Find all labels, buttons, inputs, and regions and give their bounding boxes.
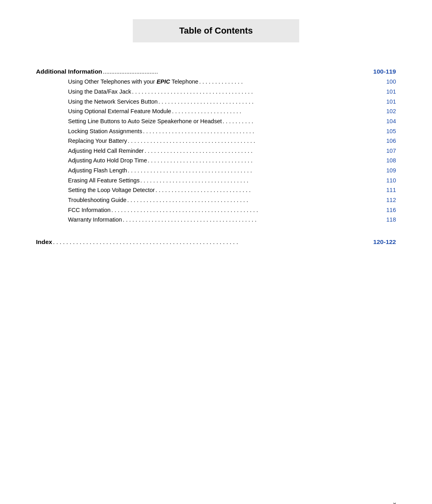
toc-entry-10-label: Adjusting Flash Length: [68, 166, 127, 176]
toc-entry-7-dots: . . . . . . . . . . . . . . . . . . . . …: [128, 136, 386, 146]
toc-entry-12-label: Setting the Loop Voltage Detector: [68, 185, 155, 195]
toc-entry-2: Using the Data/Fax Jack . . . . . . . . …: [68, 87, 396, 97]
toc-entry-4-label: Using Optional External Feature Module: [68, 106, 171, 116]
toc-entry-4: Using Optional External Feature Module .…: [68, 106, 396, 116]
toc-entry-9: Adjusting Auto Hold Drop Time . . . . . …: [68, 156, 396, 166]
toc-entry-3-page: 101: [386, 97, 396, 107]
section-label-index: Index: [36, 237, 52, 247]
section-page-index: 120-122: [373, 237, 396, 247]
toc-entry-6-label: Locking Station Assignments: [68, 126, 142, 136]
toc-entry-12-page: 111: [386, 185, 396, 195]
toc-entry-5-label: Setting Line Buttons to Auto Seize Speak…: [68, 116, 222, 126]
toc-entry-14-dots: . . . . . . . . . . . . . . . . . . . . …: [111, 205, 385, 215]
toc-entry-8-dots: . . . . . . . . . . . . . . . . . . . . …: [144, 146, 385, 156]
toc-entry-10-dots: . . . . . . . . . . . . . . . . . . . . …: [128, 166, 386, 176]
section-index: Index . . . . . . . . . . . . . . . . . …: [36, 237, 396, 247]
section-additional-info: Additional Information .................…: [36, 66, 396, 77]
toc-entry-6: Locking Station Assignments . . . . . . …: [68, 126, 396, 136]
toc-entry-9-page: 108: [386, 156, 396, 166]
toc-entry-13-label: Troubleshooting Guide: [68, 195, 126, 205]
page-title: Table of Contents: [179, 26, 253, 36]
section-label-additional-info: Additional Information: [36, 66, 102, 77]
toc-entry-15: Warranty Information . . . . . . . . . .…: [68, 215, 396, 225]
toc-content: Additional Information .................…: [36, 66, 396, 247]
toc-entry-4-dots: . . . . . . . . . . . . . . . . . . . . …: [172, 106, 386, 116]
toc-entry-11-page: 110: [386, 176, 396, 186]
toc-entry-2-label: Using the Data/Fax Jack: [68, 87, 131, 97]
toc-entry-3: Using the Network Services Button . . . …: [68, 97, 396, 107]
toc-entry-14: FCC Information . . . . . . . . . . . . …: [68, 205, 396, 215]
toc-entry-11-dots: . . . . . . . . . . . . . . . . . . . . …: [140, 176, 386, 186]
toc-entry-15-label: Warranty Information: [68, 215, 122, 225]
toc-entry-6-dots: . . . . . . . . . . . . . . . . . . . . …: [143, 126, 385, 136]
page-footer: x: [393, 501, 396, 504]
page-marker: x: [393, 501, 396, 504]
toc-entry-15-page: 118: [386, 215, 396, 225]
toc-entry-6-page: 105: [386, 126, 396, 136]
section-page-additional-info: 100-119: [373, 66, 396, 77]
toc-entry-11: Erasing All Feature Settings . . . . . .…: [68, 176, 396, 186]
section-dots-index: . . . . . . . . . . . . . . . . . . . . …: [53, 237, 372, 247]
toc-entry-2-dots: . . . . . . . . . . . . . . . . . . . . …: [132, 87, 386, 97]
toc-entry-9-dots: . . . . . . . . . . . . . . . . . . . . …: [148, 156, 385, 166]
toc-entry-10-page: 109: [386, 166, 396, 176]
toc-entry-8-page: 107: [386, 146, 396, 156]
toc-entry-5-page: 104: [386, 116, 396, 126]
toc-entry-1-label: Using Other Telephones with your EPIC Te…: [68, 77, 198, 87]
toc-entry-5: Setting Line Buttons to Auto Seize Speak…: [68, 116, 396, 126]
toc-entry-12-dots: . . . . . . . . . . . . . . . . . . . . …: [156, 185, 386, 195]
toc-entry-3-dots: . . . . . . . . . . . . . . . . . . . . …: [158, 97, 386, 107]
toc-entry-15-dots: . . . . . . . . . . . . . . . . . . . . …: [123, 215, 386, 225]
toc-entry-1-dots: . . . . . . . . . . . . . .: [199, 77, 386, 87]
toc-entry-14-page: 116: [386, 205, 396, 215]
toc-entry-9-label: Adjusting Auto Hold Drop Time: [68, 156, 147, 166]
toc-entry-7-page: 106: [386, 136, 396, 146]
toc-entry-8: Adjusting Held Call Reminder . . . . . .…: [68, 146, 396, 156]
toc-entry-12: Setting the Loop Voltage Detector . . . …: [68, 185, 396, 195]
title-box: Table of Contents: [133, 19, 299, 42]
section-dots-additional-info: .................................: [103, 66, 372, 77]
toc-entry-7-label: Replacing Your Battery: [68, 136, 127, 146]
toc-entry-13-page: 112: [386, 195, 396, 205]
page-container: Table of Contents Additional Information…: [0, 19, 432, 504]
toc-entry-5-dots: . . . . . . . . . .: [223, 116, 386, 126]
toc-entry-7: Replacing Your Battery . . . . . . . . .…: [68, 136, 396, 146]
toc-entry-13-dots: . . . . . . . . . . . . . . . . . . . . …: [127, 195, 386, 205]
toc-entry-1: Using Other Telephones with your EPIC Te…: [68, 77, 396, 87]
toc-entry-4-page: 102: [386, 106, 396, 116]
toc-entry-11-label: Erasing All Feature Settings: [68, 176, 140, 186]
toc-entry-2-page: 101: [386, 87, 396, 97]
toc-entry-3-label: Using the Network Services Button: [68, 97, 158, 107]
toc-entry-10: Adjusting Flash Length . . . . . . . . .…: [68, 166, 396, 176]
toc-entry-13: Troubleshooting Guide . . . . . . . . . …: [68, 195, 396, 205]
toc-entry-14-label: FCC Information: [68, 205, 110, 215]
toc-entry-8-label: Adjusting Held Call Reminder: [68, 146, 144, 156]
toc-entry-1-page: 100: [386, 77, 396, 87]
